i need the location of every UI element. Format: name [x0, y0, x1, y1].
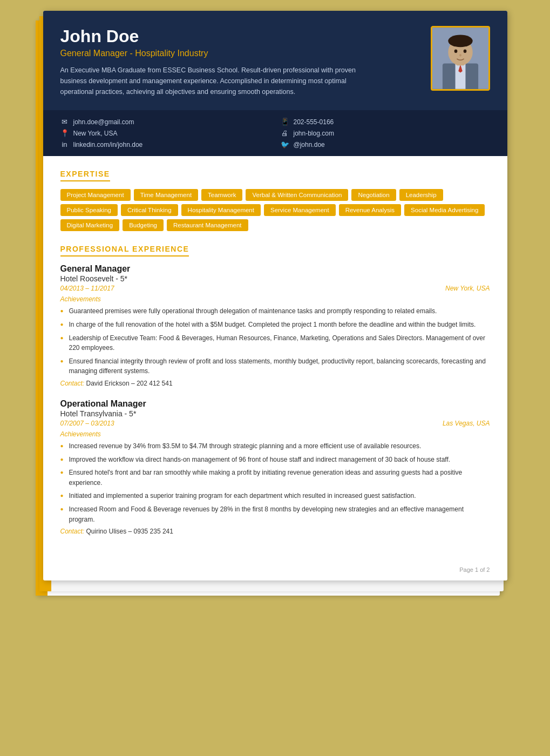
location-icon: 📍 — [60, 129, 69, 137]
candidate-title: General Manager - Hospitality Industry — [60, 49, 420, 58]
achievement-item: Initiated and implemented a superior tra… — [60, 491, 490, 501]
exp-dates: 04/2013 – 11/2017 — [60, 285, 114, 292]
expertise-tag: Budgeting — [123, 219, 164, 231]
svg-point-6 — [448, 35, 472, 48]
exp-contact-value: David Erickson – 202 412 541 — [86, 380, 173, 387]
exp-contact-value: Quirino Ulises – 0935 235 241 — [86, 528, 173, 535]
svg-point-8 — [463, 49, 466, 53]
twitter-icon: 🐦 — [281, 140, 289, 148]
achievement-item: Increased revenue by 34% from $3.5M to $… — [60, 441, 490, 451]
svg-point-7 — [454, 49, 457, 53]
header-content: John Doe General Manager - Hospitality I… — [60, 26, 490, 97]
expertise-tag: Digital Marketing — [60, 219, 120, 231]
expertise-tag: Time Management — [134, 189, 198, 201]
expertise-tag: Leadership — [399, 189, 443, 201]
resume-body: EXPERTISE Project ManagementTime Managem… — [43, 156, 507, 561]
contact-phone: 📱 202-555-0166 — [281, 118, 490, 126]
expertise-tag: Negotiation — [351, 189, 396, 201]
exp-dates: 07/2007 – 03/2013 — [60, 420, 114, 427]
expertise-tag: Teamwork — [201, 189, 242, 201]
achievements-label: Achievements — [60, 295, 490, 303]
page-number: Page 1 of 2 — [43, 561, 507, 580]
resume-page: John Doe General Manager - Hospitality I… — [43, 11, 507, 580]
resume-stack: John Doe General Manager - Hospitality I… — [43, 11, 507, 598]
expertise-tags: Project ManagementTime ManagementTeamwor… — [60, 189, 490, 231]
expertise-tag: Revenue Analysis — [339, 204, 401, 216]
experience-list: General Manager Hotel Roosevelt - 5* 04/… — [60, 264, 490, 535]
expertise-tag: Social Media Advertising — [404, 204, 485, 216]
achievements-list: Increased revenue by 34% from $3.5M to $… — [60, 441, 490, 524]
exp-location: Las Vegas, USA — [443, 420, 490, 427]
contact-twitter: 🐦 @john.doe — [281, 140, 490, 148]
experience-item: General Manager Hotel Roosevelt - 5* 04/… — [60, 264, 490, 387]
achievement-item: Improved the workflow via direct hands-o… — [60, 455, 490, 465]
achievement-item: Guaranteed premises were fully operation… — [60, 306, 490, 316]
expertise-tag: Public Speaking — [60, 204, 118, 216]
expertise-tag: Hospitality Management — [181, 204, 261, 216]
resume-header: John Doe General Manager - Hospitality I… — [43, 11, 507, 110]
expertise-tag: Verbal & Written Communication — [246, 189, 348, 201]
achievement-item: Ensured financial integrity through revi… — [60, 356, 490, 376]
contact-website: 🖨 john-blog.com — [281, 129, 490, 137]
exp-company: Hotel Roosevelt - 5* — [60, 274, 490, 283]
candidate-summary: An Executive MBA Graduate from ESSEC Bus… — [60, 65, 374, 97]
email-icon: ✉ — [60, 118, 69, 126]
achievement-item: Leadership of Executive Team: Food & Bev… — [60, 333, 490, 353]
experience-title: PROFESSIONAL EXPERIENCE — [60, 245, 189, 256]
exp-contact: Contact: David Erickson – 202 412 541 — [60, 380, 490, 387]
experience-section: PROFESSIONAL EXPERIENCE General Manager … — [60, 244, 490, 535]
exp-title: Operational Manager — [60, 399, 490, 409]
candidate-photo — [431, 26, 490, 91]
expertise-tag: Project Management — [60, 189, 131, 201]
expertise-section: EXPERTISE Project ManagementTime Managem… — [60, 169, 490, 231]
contact-linkedin: in linkedin.com/in/john.doe — [60, 140, 270, 148]
svg-point-9 — [459, 54, 461, 57]
achievement-item: Ensured hotel's front and bar ran smooth… — [60, 468, 490, 488]
contact-location: 📍 New York, USA — [60, 129, 270, 137]
expertise-tag: Critical Thinking — [121, 204, 178, 216]
exp-location: New York, USA — [445, 285, 490, 292]
achievement-item: In charge of the full renovation of the … — [60, 320, 490, 330]
header-text: John Doe General Manager - Hospitality I… — [60, 26, 420, 97]
achievement-item: Increased Room and Food & Beverage reven… — [60, 504, 490, 524]
contact-email: ✉ john.doe@gmail.com — [60, 118, 270, 126]
expertise-tag: Restaurant Management — [167, 219, 248, 231]
linkedin-icon: in — [60, 140, 69, 148]
exp-meta: 07/2007 – 03/2013 Las Vegas, USA — [60, 420, 490, 427]
website-icon: 🖨 — [281, 129, 289, 137]
phone-icon: 📱 — [281, 118, 289, 126]
achievements-label: Achievements — [60, 430, 490, 438]
achievements-list: Guaranteed premises were fully operation… — [60, 306, 490, 376]
exp-title: General Manager — [60, 264, 490, 274]
candidate-name: John Doe — [60, 26, 420, 46]
experience-item: Operational Manager Hotel Transylvania -… — [60, 399, 490, 535]
contact-bar: ✉ john.doe@gmail.com 📱 202-555-0166 📍 Ne… — [43, 110, 507, 156]
expertise-title: EXPERTISE — [60, 170, 110, 181]
expertise-tag: Service Management — [264, 204, 336, 216]
exp-company: Hotel Transylvania - 5* — [60, 409, 490, 418]
exp-meta: 04/2013 – 11/2017 New York, USA — [60, 285, 490, 292]
exp-contact: Contact: Quirino Ulises – 0935 235 241 — [60, 528, 490, 535]
